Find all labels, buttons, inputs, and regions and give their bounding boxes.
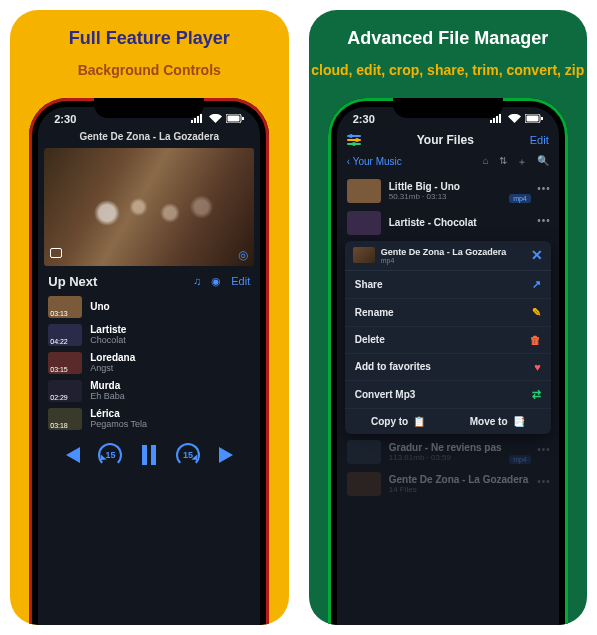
wifi-icon: [508, 114, 521, 123]
ctx-item-label: Rename: [355, 307, 394, 318]
prev-button[interactable]: [62, 447, 80, 463]
settings-icon[interactable]: [347, 133, 361, 147]
svg-rect-10: [493, 118, 495, 123]
svg-rect-9: [490, 120, 492, 123]
left-subline: Background Controls: [78, 61, 221, 80]
home-icon[interactable]: ⌂: [483, 155, 489, 169]
track-title: Lartiste: [90, 324, 126, 335]
status-time: 2:30: [54, 113, 76, 125]
right-phone: 2:30 Your Files Edit ‹ Your Music ⌂ ⇅ ＋: [328, 98, 568, 625]
file-list-top: Little Big - Uno50.31mb · 03:13mp4•••Lar…: [337, 175, 559, 239]
edit-button[interactable]: Edit: [530, 134, 549, 146]
ctx-item-icon: 🗑: [530, 334, 541, 346]
up-next-header: Up Next ♫ ◉ Edit: [38, 266, 260, 293]
move-icon: 📑: [513, 416, 525, 427]
ctx-item-icon: ✎: [532, 306, 541, 319]
sort-icon[interactable]: ⇅: [499, 155, 507, 169]
file-list-bottom: Gradur - Ne reviens pas113.61mb · 03:59m…: [337, 436, 559, 500]
move-to-button[interactable]: Move to📑: [470, 416, 525, 427]
breadcrumb-bar: ‹ Your Music ⌂ ⇅ ＋ 🔍: [337, 153, 559, 175]
pause-button[interactable]: [141, 445, 157, 465]
player-controls: 15 15: [38, 433, 260, 467]
file-title: Lartiste - Chocolat: [389, 217, 477, 228]
search-icon[interactable]: 🔍: [537, 155, 549, 169]
track-row[interactable]: 04:22LartisteChocolat: [38, 321, 260, 349]
svg-rect-12: [499, 114, 501, 123]
ctx-item-rename[interactable]: Rename✎: [345, 299, 551, 327]
files-title: Your Files: [417, 133, 474, 147]
right-panel: Advanced File Manager cloud, edit, crop,…: [309, 10, 588, 625]
track-thumb: 03:13: [48, 296, 82, 318]
breadcrumb[interactable]: ‹ Your Music: [347, 156, 402, 167]
shuffle-icon[interactable]: ♫: [193, 275, 201, 287]
skip-fwd-button[interactable]: 15: [176, 443, 200, 467]
file-thumb: [347, 440, 381, 464]
airplay-icon[interactable]: ◎: [238, 248, 248, 262]
track-thumb: 02:29: [48, 380, 82, 402]
track-artist: Eh Baba: [90, 391, 125, 401]
track-row[interactable]: 03:13Uno: [38, 293, 260, 321]
file-thumb: [347, 179, 381, 203]
more-icon[interactable]: •••: [537, 476, 551, 487]
track-row[interactable]: 02:29MurdaEh Baba: [38, 377, 260, 405]
ctx-item-delete[interactable]: Delete🗑: [345, 327, 551, 354]
status-time: 2:30: [353, 113, 375, 125]
cast-icon[interactable]: ◉: [211, 275, 221, 288]
svg-rect-14: [526, 116, 538, 122]
track-row[interactable]: 03:15LoredanaAngst: [38, 349, 260, 377]
track-title: Loredana: [90, 352, 135, 363]
file-sub: 50.31mb · 03:13: [389, 192, 460, 201]
svg-rect-0: [191, 120, 193, 123]
format-badge: mp4: [509, 194, 531, 203]
more-icon[interactable]: •••: [537, 444, 551, 455]
more-icon[interactable]: •••: [537, 183, 551, 194]
ctx-item-label: Delete: [355, 334, 385, 345]
status-icons: [191, 114, 244, 123]
next-button[interactable]: [219, 447, 237, 463]
format-badge: mp4: [509, 455, 531, 464]
up-next-list: 03:13Uno04:22LartisteChocolat03:15Loreda…: [38, 293, 260, 433]
status-icons: [490, 114, 543, 123]
right-subline: cloud, edit, crop, share, trim, convert,…: [311, 61, 584, 80]
add-icon[interactable]: ＋: [517, 155, 527, 169]
file-sub: 113.61mb · 03:59: [389, 453, 502, 462]
more-icon[interactable]: •••: [537, 215, 551, 226]
fullscreen-icon[interactable]: [50, 248, 62, 258]
video-area[interactable]: ◎: [44, 148, 254, 266]
ctx-item-label: Convert Mp3: [355, 389, 416, 400]
track-artist: Pegamos Tela: [90, 419, 147, 429]
svg-rect-2: [197, 116, 199, 123]
files-header: Your Files Edit: [337, 127, 559, 153]
file-thumb: [347, 472, 381, 496]
file-title: Gradur - Ne reviens pas: [389, 442, 502, 453]
file-row[interactable]: Little Big - Uno50.31mb · 03:13mp4•••: [337, 175, 559, 207]
battery-icon: [525, 114, 543, 123]
svg-rect-11: [496, 116, 498, 123]
track-thumb: 04:22: [48, 324, 82, 346]
track-title: Lérica: [90, 408, 147, 419]
ctx-item-convert-mp3[interactable]: Convert Mp3⇄: [345, 381, 551, 409]
wifi-icon: [209, 114, 222, 123]
track-title: Uno: [90, 301, 109, 312]
track-row[interactable]: 03:18LéricaPegamos Tela: [38, 405, 260, 433]
left-headline: Full Feature Player: [69, 28, 230, 49]
edit-button[interactable]: Edit: [231, 275, 250, 287]
file-row[interactable]: Lartiste - Chocolat•••: [337, 207, 559, 239]
file-row[interactable]: Gente De Zona - La Gozadera14 Files•••: [337, 468, 559, 500]
close-icon[interactable]: ✕: [531, 247, 543, 263]
ctx-header: Gente De Zona - La Gozaderamp4 ✕: [345, 241, 551, 271]
ctx-item-label: Share: [355, 279, 383, 290]
copy-to-button[interactable]: Copy to📋: [371, 416, 425, 427]
track-title: Murda: [90, 380, 125, 391]
svg-rect-1: [194, 118, 196, 123]
player-screen: 2:30 Gente De Zona - La Gozadera ◎ Up Ne…: [38, 107, 260, 625]
file-row[interactable]: Gradur - Ne reviens pas113.61mb · 03:59m…: [337, 436, 559, 468]
ctx-item-share[interactable]: Share↗: [345, 271, 551, 299]
ctx-footer: Copy to📋 Move to📑: [345, 409, 551, 434]
right-headline: Advanced File Manager: [347, 28, 548, 49]
file-sub: 14 Files: [389, 485, 528, 494]
ctx-item-add-to-favorites[interactable]: Add to favorites♥: [345, 354, 551, 381]
ctx-title: Gente De Zona - La Gozadera: [381, 247, 507, 257]
left-panel: Full Feature Player Background Controls …: [10, 10, 289, 625]
skip-back-button[interactable]: 15: [98, 443, 122, 467]
